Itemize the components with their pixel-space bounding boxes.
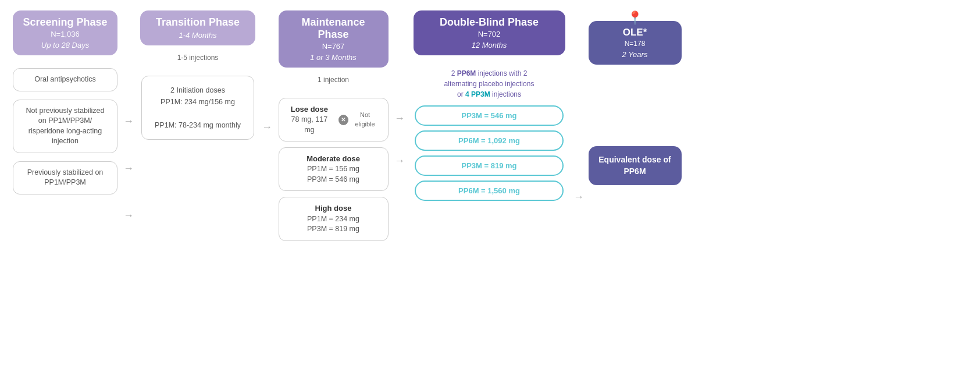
ole-n: N=178 [598, 40, 672, 48]
maintenance-moderate-dose: Moderate dose PP1M = 156 mgPP3M = 546 mg [279, 147, 389, 191]
lose-dose-title: Lose dose [287, 104, 332, 115]
transition-duration: 1-4 Months [149, 31, 246, 40]
arrow-3-mod: → [394, 112, 405, 125]
not-eligible-badge: ✕ Not eligible [338, 111, 379, 129]
maintenance-n: N=767 [288, 42, 379, 51]
ole-equiv-box: Equivalent dose of PP6M [589, 146, 682, 185]
screening-column: Screening Phase N=1,036 Up to 28 Days Or… [7, 10, 123, 194]
screening-boxes: Oral antipsychotics Not previously stabi… [13, 68, 117, 194]
arrows-screening-transition: → → → [123, 10, 134, 222]
moderate-dose-title: Moderate dose [287, 154, 380, 164]
screening-box-prev: Previously stabilized on PP1M/PP3M [13, 161, 117, 194]
maintenance-title: Maintenance Phase [288, 16, 379, 41]
transition-line3: PP1M: 78-234 mg monthly [155, 121, 241, 129]
arrow-2: → [262, 121, 272, 133]
dblind-duration: 12 Months [423, 41, 556, 49]
screening-box-not-prev: Not previously stabilized on PP1M/PP3M/ … [13, 100, 117, 153]
dblind-boxes: PP3M = 546 mg PP6M = 1,092 mg PP3M = 819… [415, 105, 563, 201]
arrows-transition-maintenance: → [262, 10, 272, 133]
dblind-box-pp3m-819: PP3M = 819 mg [415, 155, 563, 176]
arrow-1-mid: → [123, 162, 134, 175]
transition-phase-header: Transition Phase 1-4 Months [140, 10, 255, 45]
x-icon: ✕ [338, 115, 348, 125]
transition-column: Transition Phase 1-4 Months 1-5 injectio… [134, 10, 262, 140]
maintenance-injections: 1 injection [318, 76, 349, 84]
maintenance-phase-header: Maintenance Phase N=767 1 or 3 Months [279, 10, 389, 68]
arrow-1-top: → [123, 115, 134, 128]
screening-n: N=1,036 [22, 30, 108, 38]
maintenance-duration: 1 or 3 Months [288, 53, 379, 62]
maintenance-lose-dose: Lose dose 78 mg, 117 mg ✕ Not eligible [279, 98, 389, 141]
high-dose-detail: PP1M = 234 mgPP3M = 819 mg [287, 214, 380, 235]
arrow-3-high: → [394, 155, 405, 167]
transition-line1: 2 Initiation doses [170, 86, 225, 94]
ole-duration: 2 Years [598, 50, 672, 59]
arrow-ole: → [573, 191, 584, 203]
ole-title: OLE* [598, 27, 672, 38]
lose-dose-detail: 78 mg, 117 mg [287, 115, 332, 135]
ole-column: 📍 OLE* N=178 2 Years Equivalent dose of … [584, 10, 686, 185]
dblind-box-pp3m-546: PP3M = 546 mg [415, 105, 563, 126]
transition-box: 2 Initiation doses PP1M: 234 mg/156 mg P… [141, 76, 254, 140]
pp3m-highlight: 4 PP3M [465, 90, 490, 98]
maintenance-column: Maintenance Phase N=767 1 or 3 Months 1 … [272, 10, 394, 241]
not-eligible-label: Not eligible [351, 111, 380, 129]
dblind-column: Double-Blind Phase N=702 12 Months 2 PP6… [405, 10, 573, 201]
screening-box-oral: Oral antipsychotics [13, 68, 117, 91]
dblind-phase-header: Double-Blind Phase N=702 12 Months [414, 10, 565, 55]
arrow-1-bot: → [123, 210, 134, 222]
ole-equiv-label: Equivalent dose of PP6M [598, 155, 671, 176]
dblind-title: Double-Blind Phase [423, 16, 556, 29]
transition-title: Transition Phase [149, 16, 246, 29]
dblind-box-pp6m-1092: PP6M = 1,092 mg [415, 130, 563, 151]
high-dose-title: High dose [287, 203, 380, 214]
transition-injections: 1-5 injections [177, 54, 219, 62]
dblind-info: 2 PP6M injections with 2 alternating pla… [439, 68, 540, 100]
screening-title: Screening Phase [22, 16, 108, 29]
ole-header: 📍 OLE* N=178 2 Years [589, 21, 682, 65]
arrow-dblind-ole: → [573, 10, 584, 203]
dblind-n: N=702 [423, 30, 556, 38]
screening-duration: Up to 28 Days [22, 41, 108, 49]
transition-line2: PP1M: 234 mg/156 mg [161, 98, 235, 106]
maintenance-boxes: Lose dose 78 mg, 117 mg ✕ Not eligible M… [279, 98, 389, 241]
diagram: Screening Phase N=1,036 Up to 28 Days Or… [0, 0, 980, 375]
dblind-box-pp6m-1560: PP6M = 1,560 mg [415, 181, 563, 201]
arrows-maintenance-dblind: → → [394, 10, 405, 167]
moderate-dose-detail: PP1M = 156 mgPP3M = 546 mg [287, 164, 380, 185]
maintenance-high-dose: High dose PP1M = 234 mgPP3M = 819 mg [279, 197, 389, 240]
ole-pin-icon: 📍 [627, 10, 643, 26]
screening-phase-header: Screening Phase N=1,036 Up to 28 Days [13, 10, 117, 55]
